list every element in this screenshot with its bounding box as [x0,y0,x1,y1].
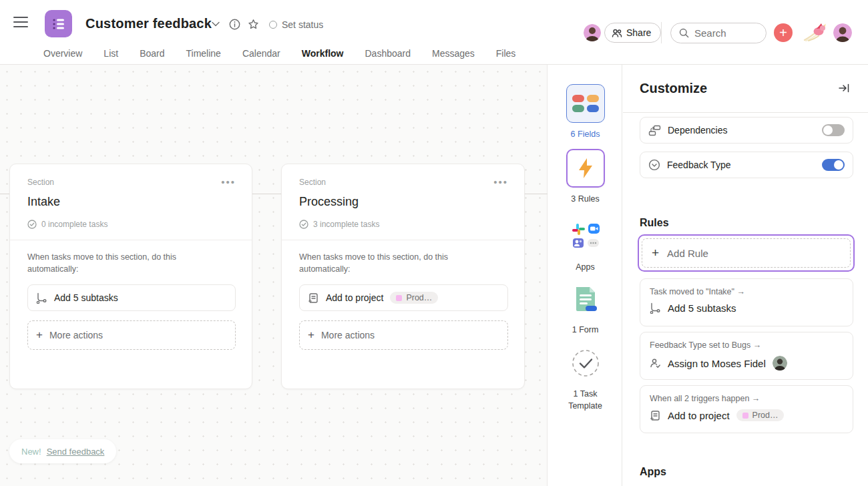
toggle-row-dependencies[interactable]: Dependencies [640,117,853,144]
celebration-unicorn-icon[interactable] [803,20,826,41]
rule-action-label: Assign to Moses Fidel [668,358,766,369]
hamburger-menu-icon[interactable] [13,17,28,27]
rule-action-label: Add to project [668,410,730,421]
rail-item-apps[interactable]: Apps [548,217,622,274]
star-icon[interactable] [248,19,259,30]
search-box[interactable] [670,23,767,43]
collapse-panel-icon[interactable] [838,83,850,93]
toggle-label: Feedback Type [667,160,815,170]
check-circle-icon [27,220,37,229]
more-actions-button[interactable]: + More actions [299,320,508,350]
add-rule-button[interactable]: + Add Rule [638,234,855,272]
rail-label-apps: Apps [562,262,609,274]
rail-item-rules[interactable]: 3 Rules [548,149,622,206]
page-title: Customer feedback [85,16,212,31]
people-icon [612,29,622,37]
search-icon [679,28,689,38]
more-actions-button[interactable]: + More actions [27,320,236,350]
topbar-divider [661,22,662,43]
section-kicker: Section [27,178,54,187]
rules-heading: Rules [640,217,669,229]
subtask-icon [650,302,661,314]
subtask-icon [36,292,47,304]
send-feedback-banner[interactable]: New! Send feedback [9,439,116,463]
project-color-dot [742,413,748,419]
rail-item-fields[interactable]: 6 Fields [548,84,622,141]
project-clipboard-icon [308,292,319,304]
chevron-down-icon[interactable] [211,21,220,27]
plus-icon: + [652,246,659,260]
section-connector-line [525,194,548,194]
plus-icon: + [36,328,43,342]
panel-title: Customize [640,81,707,96]
rail-label-form: 1 Form [562,324,609,336]
section-more-menu-icon[interactable]: ••• [493,180,508,185]
rule-card-assign[interactable]: Feedback Type set to Bugs → Assign to Mo… [640,332,853,380]
dependencies-icon [648,125,661,136]
rule-condition: Task moved to "Intake" → [650,287,843,296]
section-title[interactable]: Processing [299,195,508,209]
rule-action-label: Add 5 subtasks [668,302,736,314]
status-circle-icon [269,21,277,29]
create-button[interactable]: + [774,23,793,42]
project-icon[interactable] [45,10,72,37]
workflow-canvas[interactable]: Section ••• Intake 0 incomplete tasks Wh… [0,65,548,486]
custom-field-icon [648,159,660,171]
tab-calendar[interactable]: Calendar [242,48,280,67]
assignee-icon [650,358,661,369]
new-badge: New! [21,447,41,457]
tab-messages[interactable]: Messages [432,48,475,67]
incomplete-tasks-count: 3 incomplete tasks [313,220,379,229]
section-card-intake[interactable]: Section ••• Intake 0 incomplete tasks Wh… [9,164,252,389]
rule-action-add-to-project[interactable]: Add to project Prod… [299,284,508,311]
project-badge: Prod… [736,409,785,421]
tab-overview[interactable]: Overview [43,48,82,67]
fields-icon [566,84,605,123]
set-status-button[interactable]: Set status [269,19,323,30]
rule-card-add-to-project[interactable]: When all 2 triggers happen → Add to proj… [640,385,853,433]
feedback-type-toggle[interactable] [822,159,845,171]
section-kicker: Section [299,178,326,187]
section-more-menu-icon[interactable]: ••• [221,180,236,185]
set-status-label: Set status [282,19,323,30]
rule-card-add-subtasks[interactable]: Task moved to "Intake" → Add 5 subtasks [640,278,853,326]
send-feedback-link[interactable]: Send feedback [47,447,105,457]
rail-item-form[interactable]: 1 Form [548,280,622,336]
rule-condition: When all 2 triggers happen → [650,394,843,403]
project-badge: Prod… [390,292,438,304]
share-button[interactable]: Share [604,23,661,43]
rule-action-add-subtasks[interactable]: Add 5 subtasks [27,284,236,311]
project-tabbar: Overview List Board Timeline Calendar Wo… [0,43,868,65]
tab-list[interactable]: List [103,48,118,67]
rail-item-task-template[interactable]: 1 Task Template [548,344,622,412]
dependencies-toggle[interactable] [822,124,845,136]
panel-divider [623,112,868,113]
assignee-avatar [773,356,787,371]
section-title[interactable]: Intake [27,195,236,209]
rail-label-task-template: 1 Task Template [562,389,609,412]
action-label: Add 5 subtasks [54,292,118,303]
member-avatar[interactable] [584,24,601,41]
user-avatar[interactable] [833,23,852,42]
rules-lightning-icon [566,149,605,188]
incomplete-tasks-count: 0 incomplete tasks [41,220,107,229]
tab-board[interactable]: Board [140,48,164,67]
search-input[interactable] [694,27,754,39]
add-rule-label: Add Rule [667,248,708,259]
automation-hint: When tasks move to this section, do this… [27,251,194,275]
tab-files[interactable]: Files [496,48,516,67]
project-color-dot [396,295,402,301]
tab-workflow[interactable]: Workflow [302,48,344,67]
apps-cluster-icon [566,217,605,256]
action-label: Add to project [326,292,383,303]
tab-dashboard[interactable]: Dashboard [365,48,411,67]
section-card-processing[interactable]: Section ••• Processing 3 incomplete task… [281,164,525,389]
tab-timeline[interactable]: Timeline [186,48,221,67]
customize-panel: Customize Dependencies Feedback Type Rul… [623,65,868,486]
more-actions-label: More actions [49,330,103,340]
customize-rail: 6 Fields 3 Rules [548,65,622,486]
plus-icon: + [308,328,314,342]
toggle-row-feedback-type[interactable]: Feedback Type [640,152,853,178]
info-icon[interactable] [229,19,240,30]
section-connector-line [252,194,281,194]
